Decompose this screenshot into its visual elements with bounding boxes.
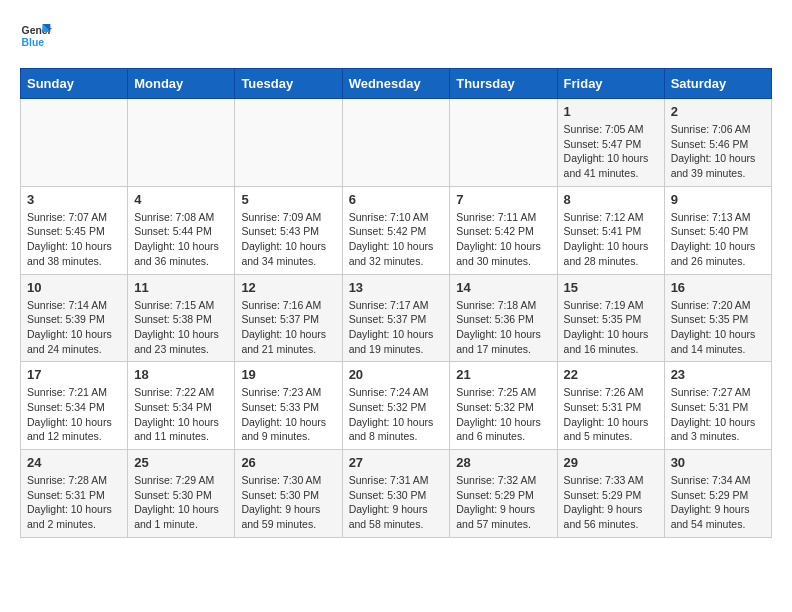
calendar-cell — [21, 99, 128, 187]
day-number: 30 — [671, 455, 765, 470]
calendar-cell — [128, 99, 235, 187]
day-number: 29 — [564, 455, 658, 470]
weekday-header: Saturday — [664, 69, 771, 99]
day-info: Sunrise: 7:33 AM Sunset: 5:29 PM Dayligh… — [564, 473, 658, 532]
calendar-cell: 12Sunrise: 7:16 AM Sunset: 5:37 PM Dayli… — [235, 274, 342, 362]
day-number: 4 — [134, 192, 228, 207]
day-info: Sunrise: 7:23 AM Sunset: 5:33 PM Dayligh… — [241, 385, 335, 444]
calendar-cell: 15Sunrise: 7:19 AM Sunset: 5:35 PM Dayli… — [557, 274, 664, 362]
day-info: Sunrise: 7:27 AM Sunset: 5:31 PM Dayligh… — [671, 385, 765, 444]
day-info: Sunrise: 7:13 AM Sunset: 5:40 PM Dayligh… — [671, 210, 765, 269]
calendar-cell: 6Sunrise: 7:10 AM Sunset: 5:42 PM Daylig… — [342, 186, 450, 274]
calendar-cell: 27Sunrise: 7:31 AM Sunset: 5:30 PM Dayli… — [342, 450, 450, 538]
calendar-cell: 1Sunrise: 7:05 AM Sunset: 5:47 PM Daylig… — [557, 99, 664, 187]
calendar-cell: 23Sunrise: 7:27 AM Sunset: 5:31 PM Dayli… — [664, 362, 771, 450]
weekday-header: Monday — [128, 69, 235, 99]
calendar-cell: 28Sunrise: 7:32 AM Sunset: 5:29 PM Dayli… — [450, 450, 557, 538]
calendar-cell: 11Sunrise: 7:15 AM Sunset: 5:38 PM Dayli… — [128, 274, 235, 362]
day-number: 23 — [671, 367, 765, 382]
calendar-cell: 8Sunrise: 7:12 AM Sunset: 5:41 PM Daylig… — [557, 186, 664, 274]
calendar-cell: 20Sunrise: 7:24 AM Sunset: 5:32 PM Dayli… — [342, 362, 450, 450]
day-info: Sunrise: 7:14 AM Sunset: 5:39 PM Dayligh… — [27, 298, 121, 357]
day-number: 7 — [456, 192, 550, 207]
day-number: 17 — [27, 367, 121, 382]
calendar-cell: 13Sunrise: 7:17 AM Sunset: 5:37 PM Dayli… — [342, 274, 450, 362]
day-info: Sunrise: 7:06 AM Sunset: 5:46 PM Dayligh… — [671, 122, 765, 181]
day-number: 13 — [349, 280, 444, 295]
calendar-cell: 4Sunrise: 7:08 AM Sunset: 5:44 PM Daylig… — [128, 186, 235, 274]
day-info: Sunrise: 7:10 AM Sunset: 5:42 PM Dayligh… — [349, 210, 444, 269]
calendar-cell: 26Sunrise: 7:30 AM Sunset: 5:30 PM Dayli… — [235, 450, 342, 538]
day-number: 10 — [27, 280, 121, 295]
day-info: Sunrise: 7:20 AM Sunset: 5:35 PM Dayligh… — [671, 298, 765, 357]
day-number: 18 — [134, 367, 228, 382]
day-info: Sunrise: 7:07 AM Sunset: 5:45 PM Dayligh… — [27, 210, 121, 269]
day-info: Sunrise: 7:11 AM Sunset: 5:42 PM Dayligh… — [456, 210, 550, 269]
day-number: 26 — [241, 455, 335, 470]
day-info: Sunrise: 7:26 AM Sunset: 5:31 PM Dayligh… — [564, 385, 658, 444]
day-number: 8 — [564, 192, 658, 207]
calendar-header: SundayMondayTuesdayWednesdayThursdayFrid… — [21, 69, 772, 99]
day-info: Sunrise: 7:18 AM Sunset: 5:36 PM Dayligh… — [456, 298, 550, 357]
day-info: Sunrise: 7:30 AM Sunset: 5:30 PM Dayligh… — [241, 473, 335, 532]
day-number: 24 — [27, 455, 121, 470]
logo: General Blue — [20, 20, 58, 52]
day-number: 2 — [671, 104, 765, 119]
calendar-cell: 14Sunrise: 7:18 AM Sunset: 5:36 PM Dayli… — [450, 274, 557, 362]
day-info: Sunrise: 7:17 AM Sunset: 5:37 PM Dayligh… — [349, 298, 444, 357]
calendar-cell — [342, 99, 450, 187]
weekday-header: Sunday — [21, 69, 128, 99]
day-info: Sunrise: 7:09 AM Sunset: 5:43 PM Dayligh… — [241, 210, 335, 269]
weekday-header: Thursday — [450, 69, 557, 99]
calendar-table: SundayMondayTuesdayWednesdayThursdayFrid… — [20, 68, 772, 538]
day-info: Sunrise: 7:12 AM Sunset: 5:41 PM Dayligh… — [564, 210, 658, 269]
day-info: Sunrise: 7:34 AM Sunset: 5:29 PM Dayligh… — [671, 473, 765, 532]
day-info: Sunrise: 7:22 AM Sunset: 5:34 PM Dayligh… — [134, 385, 228, 444]
day-number: 21 — [456, 367, 550, 382]
calendar-cell: 18Sunrise: 7:22 AM Sunset: 5:34 PM Dayli… — [128, 362, 235, 450]
svg-text:Blue: Blue — [22, 37, 45, 48]
day-number: 5 — [241, 192, 335, 207]
day-info: Sunrise: 7:28 AM Sunset: 5:31 PM Dayligh… — [27, 473, 121, 532]
day-info: Sunrise: 7:16 AM Sunset: 5:37 PM Dayligh… — [241, 298, 335, 357]
calendar-cell: 10Sunrise: 7:14 AM Sunset: 5:39 PM Dayli… — [21, 274, 128, 362]
calendar-cell: 16Sunrise: 7:20 AM Sunset: 5:35 PM Dayli… — [664, 274, 771, 362]
calendar-cell: 25Sunrise: 7:29 AM Sunset: 5:30 PM Dayli… — [128, 450, 235, 538]
day-number: 25 — [134, 455, 228, 470]
day-number: 15 — [564, 280, 658, 295]
calendar-cell — [450, 99, 557, 187]
day-info: Sunrise: 7:25 AM Sunset: 5:32 PM Dayligh… — [456, 385, 550, 444]
calendar-cell: 21Sunrise: 7:25 AM Sunset: 5:32 PM Dayli… — [450, 362, 557, 450]
calendar-cell: 30Sunrise: 7:34 AM Sunset: 5:29 PM Dayli… — [664, 450, 771, 538]
day-number: 16 — [671, 280, 765, 295]
calendar-cell: 17Sunrise: 7:21 AM Sunset: 5:34 PM Dayli… — [21, 362, 128, 450]
calendar-cell: 2Sunrise: 7:06 AM Sunset: 5:46 PM Daylig… — [664, 99, 771, 187]
calendar-cell: 19Sunrise: 7:23 AM Sunset: 5:33 PM Dayli… — [235, 362, 342, 450]
day-number: 28 — [456, 455, 550, 470]
day-info: Sunrise: 7:08 AM Sunset: 5:44 PM Dayligh… — [134, 210, 228, 269]
day-number: 9 — [671, 192, 765, 207]
calendar-cell: 3Sunrise: 7:07 AM Sunset: 5:45 PM Daylig… — [21, 186, 128, 274]
day-info: Sunrise: 7:29 AM Sunset: 5:30 PM Dayligh… — [134, 473, 228, 532]
day-number: 11 — [134, 280, 228, 295]
day-info: Sunrise: 7:19 AM Sunset: 5:35 PM Dayligh… — [564, 298, 658, 357]
weekday-header: Wednesday — [342, 69, 450, 99]
weekday-header: Friday — [557, 69, 664, 99]
day-number: 20 — [349, 367, 444, 382]
day-number: 1 — [564, 104, 658, 119]
day-info: Sunrise: 7:15 AM Sunset: 5:38 PM Dayligh… — [134, 298, 228, 357]
calendar-cell — [235, 99, 342, 187]
calendar-cell: 29Sunrise: 7:33 AM Sunset: 5:29 PM Dayli… — [557, 450, 664, 538]
day-number: 27 — [349, 455, 444, 470]
calendar-cell: 9Sunrise: 7:13 AM Sunset: 5:40 PM Daylig… — [664, 186, 771, 274]
day-info: Sunrise: 7:32 AM Sunset: 5:29 PM Dayligh… — [456, 473, 550, 532]
calendar-cell: 7Sunrise: 7:11 AM Sunset: 5:42 PM Daylig… — [450, 186, 557, 274]
day-number: 14 — [456, 280, 550, 295]
day-info: Sunrise: 7:31 AM Sunset: 5:30 PM Dayligh… — [349, 473, 444, 532]
day-info: Sunrise: 7:05 AM Sunset: 5:47 PM Dayligh… — [564, 122, 658, 181]
day-number: 19 — [241, 367, 335, 382]
page-header: General Blue — [20, 20, 772, 52]
day-number: 22 — [564, 367, 658, 382]
day-info: Sunrise: 7:21 AM Sunset: 5:34 PM Dayligh… — [27, 385, 121, 444]
logo-icon: General Blue — [20, 20, 52, 52]
